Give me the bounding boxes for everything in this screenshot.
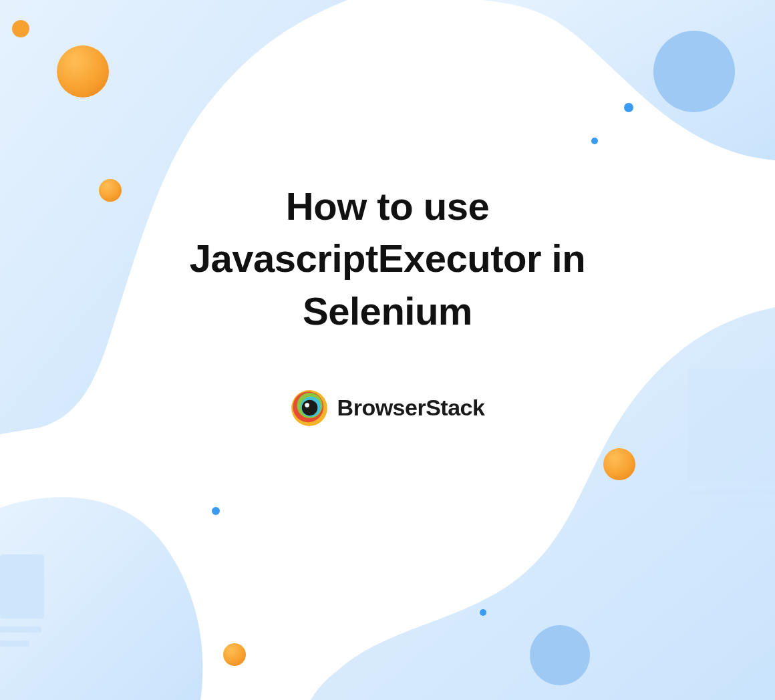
title-line-1: How to use [286, 184, 489, 228]
page-title: How to use JavascriptExecutor in Seleniu… [190, 180, 585, 337]
hero-content: How to use JavascriptExecutor in Seleniu… [0, 0, 775, 700]
svg-point-5 [305, 403, 309, 407]
title-line-2: JavascriptExecutor in [190, 236, 585, 280]
browserstack-logo-icon [291, 389, 328, 427]
blue-dot-2 [624, 103, 633, 112]
svg-point-4 [301, 400, 317, 416]
brand-row: BrowserStack [291, 389, 485, 427]
brand-name: BrowserStack [337, 395, 485, 421]
orange-dot-3 [99, 179, 122, 202]
orange-dot-4 [603, 448, 635, 480]
blue-dot-3 [591, 138, 598, 144]
blue-dot-4 [212, 507, 220, 515]
title-line-3: Selenium [303, 289, 472, 333]
orange-dot-1 [12, 20, 29, 37]
orange-dot-2 [57, 45, 109, 98]
blue-dot-5 [480, 609, 486, 616]
blue-dot-6 [530, 625, 590, 685]
orange-dot-5 [223, 643, 246, 666]
blue-dot-1 [653, 31, 735, 112]
